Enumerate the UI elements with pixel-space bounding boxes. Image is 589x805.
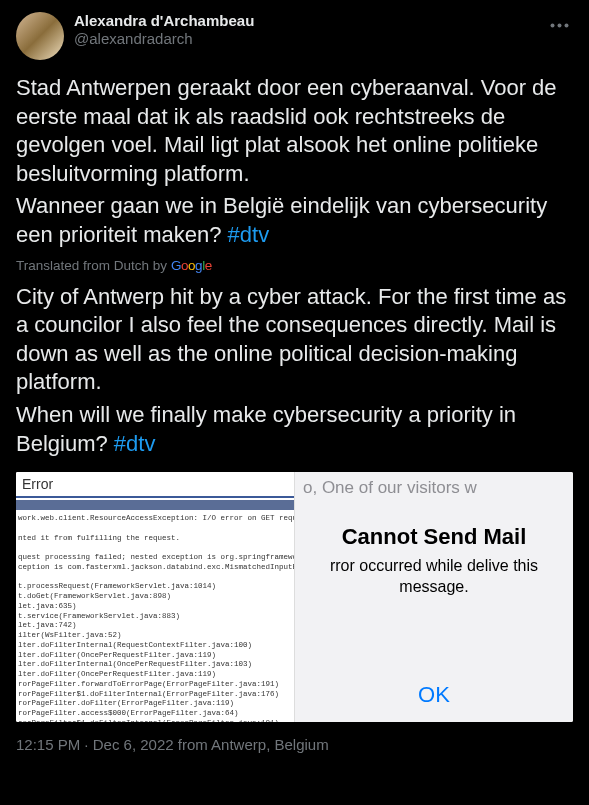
svg-point-2 bbox=[565, 24, 569, 28]
hashtag-link-translated[interactable]: #dtv bbox=[114, 431, 156, 456]
svg-point-1 bbox=[558, 24, 562, 28]
error-title: Error bbox=[16, 472, 294, 498]
display-name: Alexandra d'Archambeau bbox=[74, 12, 536, 30]
ios-alert-box: Cannot Send Mail rror occurred while del… bbox=[295, 506, 573, 664]
ios-alert-message: rror occurred while delive this message. bbox=[303, 556, 565, 598]
tweet-original-line1: Stad Antwerpen geraakt door een cyberaan… bbox=[16, 75, 557, 186]
google-logo: Google bbox=[171, 258, 212, 273]
user-handle: @alexandradarch bbox=[74, 30, 536, 48]
svg-point-0 bbox=[551, 24, 555, 28]
tweet-translated-line2: When will we finally make cybersecurity … bbox=[16, 402, 516, 456]
tweet-media[interactable]: Error work.web.client.ResourceAccessExce… bbox=[16, 472, 573, 722]
tweet-text-translated: City of Antwerp hit by a cyber attack. F… bbox=[16, 283, 573, 459]
translated-note-text: Translated from Dutch by bbox=[16, 258, 167, 273]
tweet-translated-line1: City of Antwerp hit by a cyber attack. F… bbox=[16, 284, 566, 395]
ios-background-text: o, One of our visitors w bbox=[295, 472, 573, 506]
more-options-icon[interactable] bbox=[546, 12, 573, 33]
tweet-text-original: Stad Antwerpen geraakt door een cyberaan… bbox=[16, 74, 573, 250]
user-info[interactable]: Alexandra d'Archambeau @alexandradarch bbox=[74, 12, 536, 48]
error-stacktrace: work.web.client.ResourceAccessException:… bbox=[16, 510, 294, 722]
ios-alert-title: Cannot Send Mail bbox=[303, 524, 565, 550]
error-divider bbox=[16, 500, 294, 510]
translated-by-note[interactable]: Translated from Dutch by Google bbox=[16, 258, 573, 273]
tweet-header: Alexandra d'Archambeau @alexandradarch bbox=[16, 12, 573, 60]
ios-ok-button[interactable]: OK bbox=[295, 664, 573, 722]
tweet-original-line2: Wanneer gaan we in België eindelijk van … bbox=[16, 193, 547, 247]
tweet-timestamp[interactable]: 12:15 PM · Dec 6, 2022 from Antwerp, Bel… bbox=[16, 736, 573, 753]
avatar[interactable] bbox=[16, 12, 64, 60]
hashtag-link[interactable]: #dtv bbox=[228, 222, 270, 247]
error-screenshot-left: Error work.web.client.ResourceAccessExce… bbox=[16, 472, 294, 722]
error-screenshot-right: o, One of our visitors w Cannot Send Mai… bbox=[294, 472, 573, 722]
